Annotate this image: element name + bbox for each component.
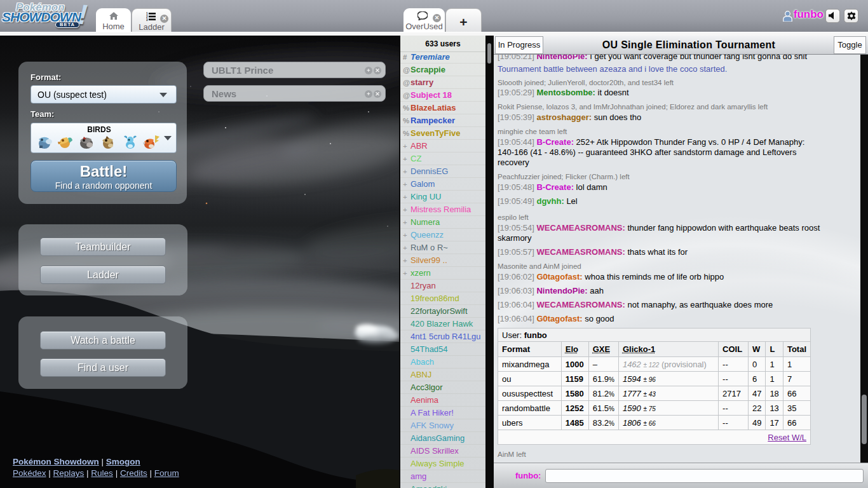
- svg-text:3: 3: [146, 18, 148, 21]
